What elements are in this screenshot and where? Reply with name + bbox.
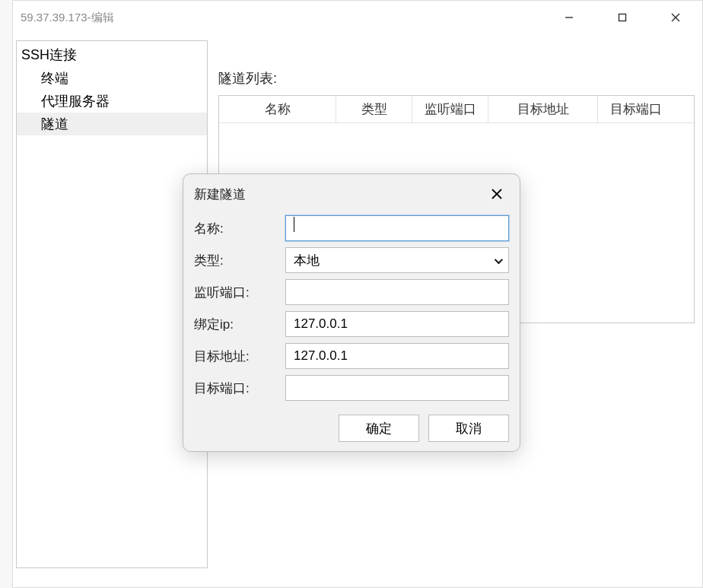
label-target-port: 目标端口: bbox=[194, 380, 285, 397]
tree-root-ssh[interactable]: SSH连接 bbox=[17, 41, 207, 67]
label-type: 类型: bbox=[194, 252, 285, 269]
settings-tree[interactable]: SSH连接 终端 代理服务器 隧道 bbox=[16, 40, 208, 568]
tree-item-proxy[interactable]: 代理服务器 bbox=[17, 90, 207, 113]
label-target-addr: 目标地址: bbox=[194, 348, 285, 365]
ok-button[interactable]: 确定 bbox=[339, 415, 419, 442]
window-controls bbox=[542, 1, 702, 34]
dialog-form: 名称: 类型: 本地 监听端口: 绑定ip: 目标地址: 目标端口: bbox=[183, 211, 520, 410]
dialog-header: 新建隧道 bbox=[183, 174, 520, 211]
input-listen-port[interactable] bbox=[285, 279, 509, 305]
tree-item-terminal[interactable]: 终端 bbox=[17, 67, 207, 90]
window-title: 59.37.39.173-编辑 bbox=[21, 11, 114, 25]
input-target-port[interactable] bbox=[285, 375, 509, 401]
dialog-title: 新建隧道 bbox=[194, 186, 246, 203]
close-icon bbox=[491, 188, 503, 200]
tunnel-list-label: 隧道列表: bbox=[218, 69, 695, 87]
svg-rect-1 bbox=[619, 14, 626, 21]
tree-item-tunnel[interactable]: 隧道 bbox=[17, 113, 207, 135]
close-button[interactable] bbox=[649, 1, 702, 34]
col-name[interactable]: 名称 bbox=[219, 96, 336, 122]
maximize-icon bbox=[618, 13, 627, 22]
input-bind-ip[interactable] bbox=[285, 311, 509, 337]
close-icon bbox=[671, 13, 680, 22]
dialog-button-row: 确定 取消 bbox=[183, 410, 520, 442]
col-listen-port[interactable]: 监听端口 bbox=[412, 96, 488, 122]
label-listen-port: 监听端口: bbox=[194, 284, 285, 301]
minimize-button[interactable] bbox=[542, 1, 596, 34]
label-name: 名称: bbox=[194, 220, 285, 237]
input-target-addr[interactable] bbox=[285, 343, 509, 369]
chevron-down-icon bbox=[495, 253, 501, 268]
dialog-close-button[interactable] bbox=[486, 183, 507, 205]
col-type[interactable]: 类型 bbox=[336, 96, 412, 122]
text-caret bbox=[294, 217, 294, 232]
maximize-button[interactable] bbox=[596, 1, 649, 34]
new-tunnel-dialog: 新建隧道 名称: 类型: 本地 监听端口: 绑定ip: 目标地址: bbox=[183, 173, 520, 452]
select-type[interactable]: 本地 bbox=[285, 247, 509, 273]
minimize-icon bbox=[565, 13, 574, 22]
tunnel-table-header: 名称 类型 监听端口 目标地址 目标端口 bbox=[219, 96, 694, 123]
col-target-port[interactable]: 目标端口 bbox=[598, 96, 674, 122]
cancel-button[interactable]: 取消 bbox=[428, 415, 509, 442]
label-bind-ip: 绑定ip: bbox=[194, 316, 285, 333]
input-name[interactable] bbox=[285, 215, 509, 241]
select-type-value: 本地 bbox=[294, 252, 320, 269]
titlebar: 59.37.39.173-编辑 bbox=[13, 1, 702, 34]
col-target-addr[interactable]: 目标地址 bbox=[488, 96, 598, 122]
